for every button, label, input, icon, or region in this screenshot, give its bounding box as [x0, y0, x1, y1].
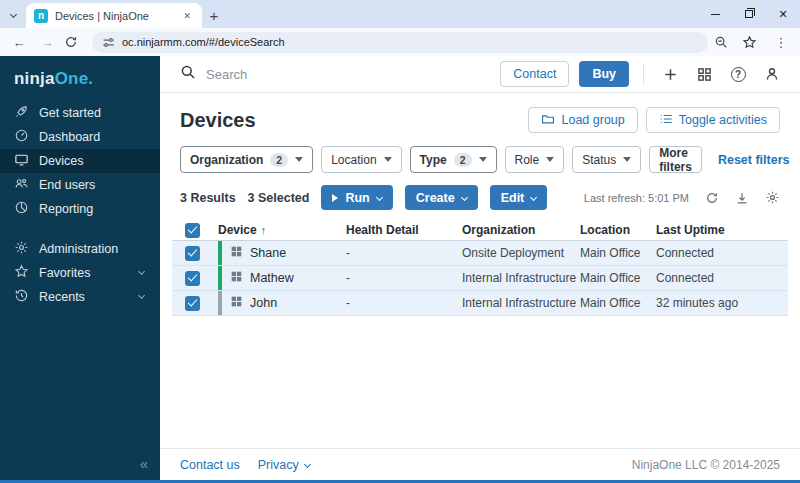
gauge-icon — [14, 128, 29, 146]
window-controls: ✕ — [698, 0, 800, 28]
star-icon — [14, 264, 29, 282]
location-cell: Main Office — [580, 241, 656, 265]
column-header-device[interactable]: Device ↑ — [206, 223, 346, 237]
load-group-button[interactable]: Load group — [528, 107, 637, 133]
column-header-last-uptime[interactable]: Last Uptime — [656, 223, 788, 237]
search-input[interactable]: Search — [180, 64, 490, 84]
new-tab-button[interactable]: + — [202, 3, 226, 27]
filter-status[interactable]: Status — [572, 146, 641, 173]
sidebar-item-reporting[interactable]: Reporting — [0, 197, 160, 221]
last-uptime-cell: Connected — [656, 241, 788, 265]
filter-location[interactable]: Location — [321, 146, 401, 173]
privacy-link[interactable]: Privacy — [258, 458, 310, 472]
windows-icon — [231, 271, 242, 285]
organization-cell: Internal Infrastructure — [462, 266, 580, 290]
folder-icon — [541, 112, 555, 129]
browser-menu-icon[interactable]: ⋮ — [770, 35, 792, 50]
edit-button[interactable]: Edit — [490, 185, 548, 210]
sidebar-collapse-icon[interactable]: « — [140, 455, 148, 472]
chevron-down-icon — [138, 292, 145, 299]
help-icon[interactable]: ? — [726, 67, 750, 82]
device-status-bar — [218, 291, 222, 315]
tab-search-chevron-icon[interactable] — [0, 2, 26, 26]
sidebar-item-get-started[interactable]: Get started — [0, 101, 160, 125]
close-button[interactable]: ✕ — [766, 1, 800, 27]
sidebar: ninjaOne. Get started Dashboard Devices … — [0, 56, 160, 480]
table-row[interactable]: Mathew - Internal Infrastructure Main Of… — [172, 266, 788, 291]
health-detail-cell: - — [346, 291, 462, 315]
url-input[interactable]: oc.ninjarmm.com/#/deviceSearch — [92, 32, 708, 53]
sidebar-item-favorites[interactable]: Favorites — [0, 261, 160, 285]
device-name[interactable]: Shane — [250, 246, 286, 260]
sidebar-item-devices[interactable]: Devices — [0, 149, 160, 173]
add-icon[interactable] — [658, 67, 682, 82]
device-status-bar — [218, 241, 222, 265]
row-checkbox[interactable] — [185, 271, 200, 286]
tab-strip: n Devices | NinjaOne ✕ + ✕ — [0, 0, 800, 28]
search-placeholder: Search — [206, 67, 247, 82]
restore-button[interactable] — [732, 1, 766, 27]
pie-chart-icon — [14, 200, 29, 218]
sidebar-item-administration[interactable]: Administration — [0, 237, 160, 261]
bookmark-star-icon[interactable] — [742, 35, 764, 50]
filter-role[interactable]: Role — [505, 146, 565, 173]
device-name[interactable]: Mathew — [250, 271, 294, 285]
column-header-organization[interactable]: Organization — [462, 223, 580, 237]
tab-close-icon[interactable]: ✕ — [180, 9, 194, 23]
chevron-down-icon — [376, 194, 383, 201]
dropdown-arrow-icon — [295, 157, 303, 162]
table-settings-gear-icon[interactable] — [765, 190, 780, 205]
chevron-down-icon — [304, 461, 311, 468]
actions-bar: 3 Results 3 Selected Run Create Edit — [180, 185, 780, 210]
contact-button[interactable]: Contact — [500, 61, 569, 87]
run-button[interactable]: Run — [321, 185, 392, 210]
dropdown-arrow-icon — [623, 157, 631, 162]
table-row[interactable]: Shane - Onsite Deployment Main Office Co… — [172, 241, 788, 266]
sidebar-item-dashboard[interactable]: Dashboard — [0, 125, 160, 149]
column-header-health-detail[interactable]: Health Detail — [346, 223, 462, 237]
create-button[interactable]: Create — [405, 185, 478, 210]
device-status-bar — [218, 266, 222, 290]
select-all-checkbox[interactable] — [185, 223, 200, 238]
health-detail-cell: - — [346, 266, 462, 290]
table-row[interactable]: John - Internal Infrastructure Main Offi… — [172, 291, 788, 316]
chevron-down-icon — [461, 194, 468, 201]
browser-tab[interactable]: n Devices | NinjaOne ✕ — [26, 3, 202, 28]
account-icon[interactable] — [760, 66, 784, 82]
column-header-location[interactable]: Location — [580, 223, 656, 237]
gear-icon — [14, 240, 29, 258]
sidebar-item-end-users[interactable]: End users — [0, 173, 160, 197]
tab-title: Devices | NinjaOne — [55, 10, 173, 22]
contact-us-link[interactable]: Contact us — [180, 458, 240, 472]
dropdown-arrow-icon — [546, 157, 554, 162]
filter-organization[interactable]: Organization 2 — [180, 146, 313, 173]
results-count: 3 Results — [180, 191, 236, 205]
devices-page: Devices Load group Toggle activities — [160, 93, 800, 448]
back-icon[interactable]: ← — [8, 35, 30, 50]
forward-icon[interactable]: → — [36, 35, 58, 50]
toggle-activities-button[interactable]: Toggle activities — [646, 107, 780, 133]
row-checkbox[interactable] — [185, 246, 200, 261]
chevron-down-icon — [530, 194, 537, 201]
global-search-bar: Search Contact Buy ? — [160, 56, 800, 93]
more-filters-button[interactable]: More filters — [649, 146, 702, 173]
sidebar-item-recents[interactable]: Recents — [0, 285, 160, 309]
windows-icon — [231, 246, 242, 260]
users-icon — [14, 176, 29, 194]
zoom-icon[interactable] — [714, 35, 736, 49]
download-icon[interactable] — [735, 191, 749, 205]
refresh-icon[interactable] — [705, 191, 719, 205]
site-settings-icon[interactable] — [102, 36, 115, 49]
search-icon — [180, 64, 196, 84]
reset-filters-link[interactable]: Reset filters — [718, 153, 790, 167]
reload-icon[interactable] — [64, 35, 86, 49]
apps-grid-icon[interactable] — [692, 67, 716, 82]
toolbar-divider — [643, 64, 644, 84]
row-checkbox[interactable] — [185, 296, 200, 311]
device-name[interactable]: John — [250, 296, 277, 310]
last-refresh-label: Last refresh: 5:01 PM — [584, 192, 689, 204]
buy-button[interactable]: Buy — [579, 61, 629, 87]
last-uptime-cell: Connected — [656, 266, 788, 290]
filter-type[interactable]: Type 2 — [410, 146, 497, 173]
minimize-button[interactable] — [698, 1, 732, 27]
